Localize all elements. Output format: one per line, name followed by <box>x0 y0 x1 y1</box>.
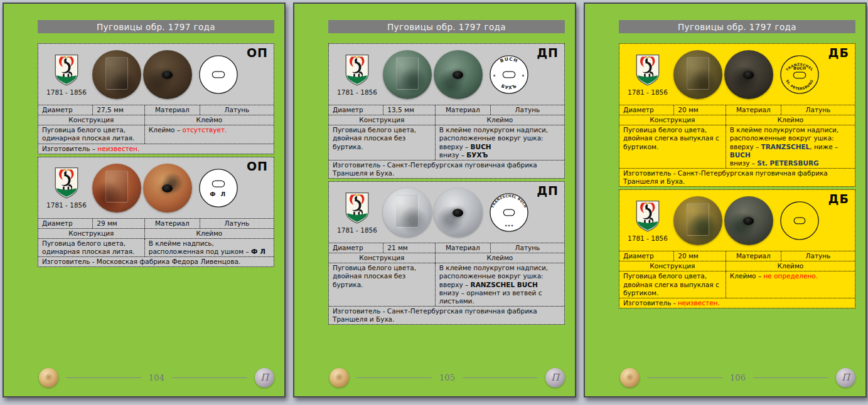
diameter-value: 29 мм <box>92 219 144 228</box>
button-photo-back <box>724 50 773 99</box>
stamp-intro: В клейме полукругом надписи, расположенн… <box>439 264 560 280</box>
maker-text: Изготовитель - Московская фабрика Федора… <box>38 257 274 266</box>
stamp-missing: не определено. <box>763 272 818 280</box>
monogram-glyph: П <box>260 373 269 382</box>
button-type-label: ДП <box>537 46 559 60</box>
stamp-header: Клеймо <box>435 115 564 125</box>
diameter-value: 27,5 мм <box>92 105 144 115</box>
stamp-schematic-icon: TRANZSCHEL BUCH ✶✶✶ <box>488 192 530 233</box>
button-photo-back <box>434 188 483 237</box>
button-card: 1781 - 1856 TRANZSCHEL BUCH St. PETERSBU… <box>619 43 855 187</box>
stamp-line-value: St. PETERSBURG <box>757 159 818 167</box>
stamp-text: Клеймо – отсутствует. <box>144 125 274 143</box>
table-row: Изготовитель - Московская фабрика Федора… <box>38 256 274 266</box>
button-photo-back <box>143 50 192 99</box>
stamp-line: внизу – St. PETERSBURG <box>730 159 851 167</box>
stamp-mid-text: BUCH <box>793 66 806 70</box>
material-value: Латунь <box>781 105 855 115</box>
button-photo-front <box>673 50 722 99</box>
stamp-description: В клейме надпись, расположенная под ушко… <box>149 239 251 255</box>
kazan-crest-icon <box>345 192 369 224</box>
button-photo-front <box>383 188 432 237</box>
table-row: Изготовитель - Санкт-Петербургская пугов… <box>329 306 564 324</box>
spec-table: Диаметр 20 мм Материал Латунь Конструкци… <box>619 105 855 186</box>
eagle-button-icon <box>39 368 58 387</box>
page-title-bar: Пуговицы обр. 1797 года <box>38 20 274 33</box>
stamp-line-prefix: внизу – <box>439 151 467 159</box>
stamp-line: внизу – БУХЪ <box>439 151 560 159</box>
button-card: 1781 - 1856 ДБ Диаметр 20 мм Материал Ла… <box>619 189 855 308</box>
crest-years: 1781 - 1856 <box>46 201 87 209</box>
button-card: 1781 - 1856 Ф Л ОП Диаметр 29 мм Материа… <box>38 157 274 268</box>
kazan-crest-icon <box>55 54 78 87</box>
button-card: 1781 - 1856 BUCH БУХЪ ✶ ✶ ДП <box>328 43 565 179</box>
button-type-label: ОП <box>247 46 268 60</box>
stamp-schematic-icon: Ф Л <box>198 167 239 209</box>
stamp-schematic-icon: TRANZSCHEL BUCH St. PETERSBURG <box>779 54 820 95</box>
diameter-value: 20 мм <box>673 105 726 115</box>
footer-rule <box>753 377 828 378</box>
card-photo-row: 1781 - 1856 TRANZSCHEL BUCH St. PETERSBU… <box>619 44 855 105</box>
page-title-bar: Пуговицы обр. 1797 года <box>328 20 565 33</box>
spec-table: Диаметр 21 мм Материал Латунь Конструкци… <box>329 243 564 324</box>
material-value: Латунь <box>200 219 274 228</box>
footer-rule <box>647 377 722 378</box>
table-row: Конструкция Клеймо <box>619 115 855 125</box>
stamp-text: В клейме полукругом надписи, расположенн… <box>726 125 855 168</box>
material-value: Латунь <box>490 243 564 253</box>
card-photo-row: 1781 - 1856 TRANZSCHEL BUCH ✶✶✶ ДП <box>329 182 564 243</box>
stamp-line-value: RANZSCHEL BUCH <box>471 281 538 288</box>
stamp-missing: отсутствует. <box>182 126 227 134</box>
material-value: Латунь <box>490 105 564 115</box>
stamp-schematic-icon <box>198 54 239 95</box>
maker-prefix: Изготовитель – <box>42 145 97 152</box>
card-photo-row: 1781 - 1856 ДБ <box>619 190 855 251</box>
catalog-spread: Пуговицы обр. 1797 года 1781 - 1856 ОП <box>0 0 868 397</box>
crest-block: 1781 - 1856 <box>622 54 673 96</box>
card-photo-row: 1781 - 1856 Ф Л ОП <box>38 157 274 218</box>
stamp-intro: В клейме полукругом надписи, расположенн… <box>439 126 560 142</box>
diameter-value: 21 мм <box>383 243 435 253</box>
diameter-value: 13,5 мм <box>383 105 435 115</box>
table-row: Пуговица белого цвета, двойная слегка вы… <box>619 271 855 297</box>
footer-rule <box>463 377 538 378</box>
crest-block: 1781 - 1856 <box>622 200 673 242</box>
stamp-line-prefix: внизу – <box>730 159 758 167</box>
maker-text: Изготовитель - Санкт-Петербургская пугов… <box>329 307 564 324</box>
diameter-label: Диаметр <box>38 219 92 228</box>
stamp-line-value: BUCH <box>471 143 491 150</box>
card-photo-row: 1781 - 1856 ОП <box>38 44 274 105</box>
diameter-label: Диаметр <box>329 243 383 253</box>
monogram-button-icon: П <box>836 368 855 387</box>
maker-unknown: неизвестен. <box>97 145 139 152</box>
stamp-line-prefix: вверху – <box>439 281 471 288</box>
stamp-line: внизу – орнамент из ветвей с листьями. <box>439 289 560 305</box>
stamp-text: Клеймо – не определено. <box>726 271 855 297</box>
crest-years: 1781 - 1856 <box>337 88 377 96</box>
footer-rule <box>66 377 141 378</box>
page-number: 105 <box>439 373 455 382</box>
spec-table: Диаметр 20 мм Материал Латунь Конструкци… <box>619 251 855 308</box>
eagle-button-icon <box>330 368 349 387</box>
table-row: Пуговица белого цвета, одинарная плоская… <box>38 125 274 143</box>
table-row: Диаметр 13,5 мм Материал Латунь <box>329 105 564 115</box>
stamp-text: В клейме полукругом надписи, расположенн… <box>435 263 564 306</box>
maker-text: Изготовитель - неизвестен. <box>619 298 855 308</box>
page-title: Пуговицы обр. 1797 года <box>387 22 506 32</box>
table-row: Диаметр 20 мм Материал Латунь <box>619 251 855 261</box>
construction-header: Конструкция <box>38 115 144 125</box>
kazan-crest-icon <box>55 167 78 199</box>
construction-header: Конструкция <box>619 261 726 271</box>
footer-rule <box>172 377 247 378</box>
stamp-header: Клеймо <box>726 115 855 125</box>
kazan-crest-icon <box>636 54 660 87</box>
button-photo-back <box>724 196 773 245</box>
stamp-prefix: Клеймо – <box>730 272 764 280</box>
construction-text: Пуговица белого цвета, двойная плоская б… <box>329 125 435 160</box>
material-value: Латунь <box>200 105 274 115</box>
stamp-schematic-icon <box>779 200 820 241</box>
button-photo-front <box>92 50 141 99</box>
stamp-line: вверху – TRANZSCHEL, ниже – BUCH <box>730 143 851 159</box>
button-photo-front <box>383 50 432 99</box>
construction-text: Пуговица белого цвета, двойная слегка вы… <box>619 271 726 297</box>
